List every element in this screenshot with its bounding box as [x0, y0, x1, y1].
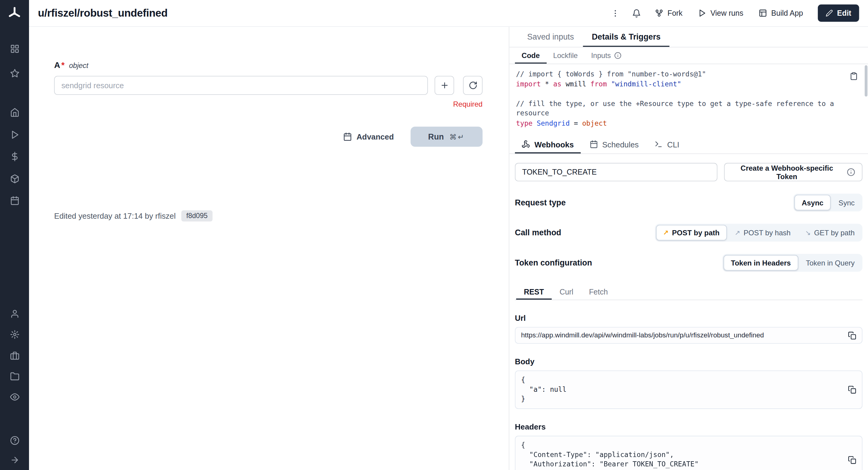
- script-run-form: A* object Required Advanced Run⌘↵ Edited…: [29, 27, 509, 470]
- trigger-tabs: Webhooks Schedules CLI: [509, 135, 868, 154]
- sidebar: [0, 0, 29, 470]
- tab-rest[interactable]: REST: [516, 284, 552, 300]
- token-configuration-row: Token configuration Token in Headers Tok…: [515, 254, 863, 272]
- resources-icon[interactable]: [0, 169, 29, 188]
- field-label-row: A* object: [54, 60, 483, 71]
- arrow-down-right-icon: ↘: [805, 229, 811, 236]
- copy-icon: [848, 456, 857, 464]
- call-method-post-by-hash[interactable]: ↗POST by hash: [728, 225, 797, 241]
- required-hint: Required: [54, 100, 483, 108]
- edited-row: Edited yesterday at 17:14 by rfiszel f8d…: [54, 210, 483, 221]
- layout-grid-icon: [759, 9, 768, 18]
- fork-button[interactable]: Fork: [651, 5, 687, 21]
- required-asterisk: *: [61, 60, 65, 69]
- snippet-tabs: REST Curl Fetch: [515, 284, 863, 300]
- code-editor[interactable]: // import { toWords } from "number-to-wo…: [509, 64, 868, 135]
- tab-inputs[interactable]: Inputs: [584, 48, 628, 64]
- version-badge[interactable]: f8d095: [181, 210, 213, 221]
- arrow-up-right-icon: ↗: [663, 229, 669, 236]
- edit-button[interactable]: Edit: [817, 4, 859, 22]
- call-method-row: Call method ↗POST by path ↗POST by hash …: [515, 224, 863, 242]
- code-line: type Sendgrid = object: [516, 119, 845, 128]
- apps-icon[interactable]: [0, 39, 29, 58]
- help-icon[interactable]: [0, 431, 29, 450]
- variables-icon[interactable]: [0, 147, 29, 166]
- run-button[interactable]: Run⌘↵: [410, 127, 482, 147]
- page-title: u/rfiszel/robust_undefined: [38, 7, 167, 19]
- create-webhook-token-button[interactable]: Create a Webhook-specific Token: [724, 163, 863, 181]
- header-actions: Fork View runs Build App Edit: [608, 4, 859, 22]
- build-app-button[interactable]: Build App: [754, 5, 808, 21]
- arrow-up-right-icon: ↗: [735, 229, 740, 236]
- token-in-query[interactable]: Token in Query: [799, 255, 861, 271]
- tab-lockfile[interactable]: Lockfile: [546, 48, 584, 64]
- tab-webhooks[interactable]: Webhooks: [515, 135, 581, 153]
- audit-eye-icon[interactable]: [0, 387, 29, 406]
- panel-tabs: Saved inputs Details & Triggers: [509, 27, 868, 48]
- info-icon: [614, 52, 622, 59]
- windmill-logo-icon[interactable]: [5, 4, 23, 22]
- favorites-star-icon[interactable]: [0, 64, 29, 83]
- tab-fetch[interactable]: Fetch: [581, 284, 616, 300]
- field-type: object: [69, 61, 88, 70]
- request-type-label: Request type: [515, 198, 566, 207]
- folders-icon[interactable]: [0, 367, 29, 386]
- panel-scrollbar-thumb[interactable]: [865, 65, 867, 96]
- advanced-calendar-icon: [343, 132, 352, 142]
- settings-gear-icon[interactable]: [0, 325, 29, 344]
- more-menu-button[interactable]: [608, 6, 623, 20]
- headers-json: { "Content-Type": "application/json", "A…: [521, 441, 843, 470]
- copy-headers-button[interactable]: [843, 456, 856, 464]
- code-line: // import { toWords } from "number-to-wo…: [516, 70, 845, 80]
- object-input-row: [54, 76, 483, 95]
- users-icon[interactable]: [0, 304, 29, 323]
- workers-briefcase-icon[interactable]: [0, 346, 29, 365]
- expand-sidebar-icon[interactable]: [0, 450, 29, 469]
- copy-url-button[interactable]: [843, 331, 856, 340]
- headers-label: Headers: [515, 422, 863, 431]
- copy-code-button[interactable]: [849, 72, 858, 80]
- add-property-button[interactable]: [435, 76, 454, 95]
- code-line: import * as wmill from "windmill-client": [516, 80, 845, 89]
- schedules-icon[interactable]: [0, 191, 29, 210]
- code-line: [516, 89, 845, 99]
- view-runs-button[interactable]: View runs: [694, 5, 748, 21]
- code-block: // import { toWords } from "number-to-wo…: [516, 70, 845, 128]
- request-type-sync[interactable]: Sync: [832, 195, 861, 211]
- code-line: // fill the type, or use the +Resource t…: [516, 99, 845, 119]
- copy-icon: [848, 385, 857, 394]
- request-type-toggle: Async Sync: [794, 194, 863, 212]
- tab-cli[interactable]: CLI: [648, 135, 686, 153]
- notifications-bell-icon[interactable]: [629, 6, 644, 20]
- run-shortcut: ⌘↵: [450, 133, 465, 141]
- home-icon[interactable]: [0, 103, 29, 122]
- advanced-button[interactable]: Advanced: [343, 132, 394, 142]
- call-method-get-by-path[interactable]: ↘GET by path: [799, 225, 861, 241]
- tab-schedules[interactable]: Schedules: [583, 135, 645, 153]
- token-configuration-label: Token configuration: [515, 258, 592, 267]
- url-value: https://app.windmill.dev/api/w/windmill-…: [521, 331, 764, 339]
- token-input[interactable]: [515, 163, 717, 181]
- code-tabs: Code Lockfile Inputs: [509, 48, 868, 64]
- tab-saved-inputs[interactable]: Saved inputs: [518, 27, 583, 47]
- request-type-async[interactable]: Async: [794, 195, 831, 211]
- field-name: A: [54, 60, 60, 69]
- top-bar: u/rfiszel/robust_undefined Fork View run…: [29, 0, 868, 27]
- token-in-headers[interactable]: Token in Headers: [724, 255, 798, 271]
- body-json: { "a": null }: [521, 375, 843, 404]
- tab-details-triggers[interactable]: Details & Triggers: [583, 27, 670, 47]
- token-configuration-toggle: Token in Headers Token in Query: [722, 254, 862, 272]
- run-row: Advanced Run⌘↵: [54, 127, 483, 147]
- call-method-post-by-path[interactable]: ↗POST by path: [656, 225, 727, 241]
- object-input[interactable]: [54, 76, 428, 95]
- refresh-button[interactable]: [463, 76, 483, 95]
- webhooks-content: Create a Webhook-specific Token Request …: [509, 154, 868, 470]
- terminal-icon: [654, 140, 663, 149]
- runs-icon[interactable]: [0, 125, 29, 144]
- tab-curl[interactable]: Curl: [552, 284, 581, 300]
- copy-body-button[interactable]: [843, 385, 856, 394]
- tab-code[interactable]: Code: [515, 48, 546, 64]
- plus-icon: [440, 81, 449, 90]
- edited-text: Edited yesterday at 17:14 by rfiszel: [54, 212, 176, 220]
- webhook-icon: [522, 140, 530, 149]
